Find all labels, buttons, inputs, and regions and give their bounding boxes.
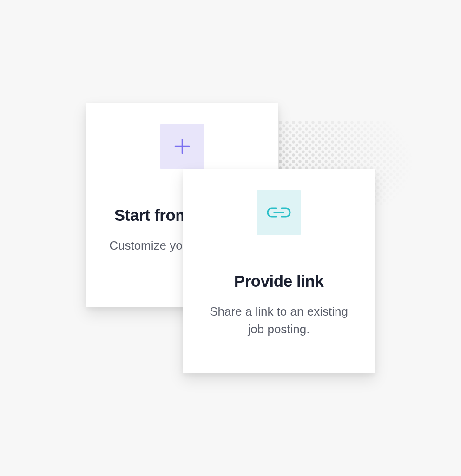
- link-icon: [266, 205, 292, 219]
- plus-icon-tile: [160, 124, 204, 169]
- link-icon-tile: [257, 190, 301, 235]
- card-link-description: Share a link to an existing job posting.: [204, 303, 353, 338]
- plus-icon: [173, 137, 191, 156]
- card-link-title: Provide link: [234, 272, 323, 291]
- card-provide-link[interactable]: Provide link Share a link to an existing…: [183, 169, 375, 373]
